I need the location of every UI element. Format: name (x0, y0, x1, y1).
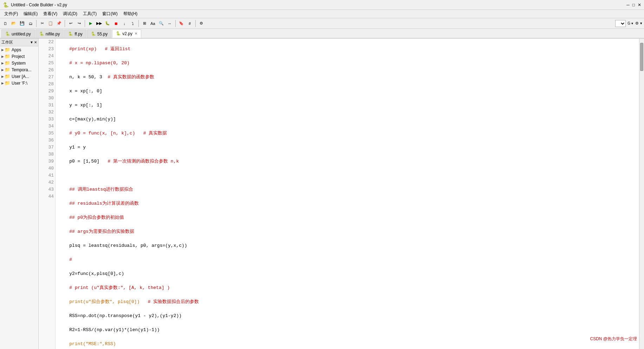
tab-bar: 🐍 untitled.py 🐍 nifile.py 🐍 ff.py 🐍 55.p… (0, 29, 644, 39)
sep5 (175, 20, 176, 27)
file-tree-panel: 工作区 ▼ ✕ ▶ 📁 Apps ▶ 📁 Project ▶ 📁 System (0, 39, 39, 349)
tree-arrow-userf: ▶ (1, 81, 4, 85)
menu-file[interactable]: 文件(F) (1, 10, 21, 18)
toolbar-format[interactable]: Aa (149, 20, 157, 27)
toolbar-paste[interactable]: 📌 (55, 20, 63, 27)
folder-icon-userf: 📁 (5, 80, 10, 86)
toolbar-copy[interactable]: 📋 (47, 20, 54, 27)
folder-icon-usera: 📁 (5, 74, 10, 79)
toolbar-combo-action[interactable]: G ▾ (626, 20, 634, 27)
sep1 (36, 20, 37, 27)
tree-label-userf: User 'F:\ (12, 81, 27, 86)
app-icon: 🐍 (3, 2, 9, 8)
content-area: 工作区 ▼ ✕ ▶ 📁 Apps ▶ 📁 Project ▶ 📁 System (0, 39, 644, 349)
toolbar-save-all[interactable]: 🗂 (27, 20, 34, 27)
tab-close-v2[interactable]: ✕ (135, 32, 137, 35)
line-numbers: 22232425 26272829 30313233 34353637 3839… (39, 39, 56, 349)
folder-icon-apps: 📁 (5, 47, 10, 52)
menu-help[interactable]: 帮助(H) (121, 10, 141, 18)
editor-vscroll-thumb[interactable] (640, 43, 643, 71)
tree-label-tempora: Tempora... (12, 67, 32, 72)
tab-icon-v2: 🐍 (116, 31, 121, 36)
menu-tools[interactable]: 工具(T) (80, 10, 99, 18)
toolbar-bookmark[interactable]: 🔖 (177, 20, 185, 27)
menu-view[interactable]: 查看(V) (40, 10, 60, 18)
file-tree-body: ▶ 📁 Apps ▶ 📁 Project ▶ 📁 System ▶ 📁 Temp… (0, 46, 38, 349)
folder-icon-project: 📁 (5, 54, 10, 59)
tree-arrow-apps: ▶ (1, 48, 4, 52)
sep4 (138, 20, 139, 27)
toolbar-indent[interactable]: ⊞ (141, 20, 148, 27)
tab-55[interactable]: 🐍 55.py (87, 29, 111, 38)
toolbar-open[interactable]: 📂 (10, 20, 18, 27)
file-tree-close[interactable]: ✕ (34, 40, 37, 44)
tree-item-system[interactable]: ▶ 📁 System (0, 60, 38, 66)
file-tree-title: 工作区 (1, 40, 13, 45)
tree-arrow-project: ▶ (1, 55, 4, 58)
tab-label-55: 55.py (97, 32, 108, 37)
tab-icon-ff: 🐍 (68, 32, 73, 36)
tree-arrow-tempora: ▶ (1, 68, 4, 72)
tab-icon-untitled: 🐍 (5, 32, 10, 36)
toolbar-redo[interactable]: ↪ (75, 20, 83, 27)
toolbar-settings[interactable]: ⚙ ▾ (635, 20, 643, 27)
toolbar-cut[interactable]: ✂ (38, 20, 46, 27)
file-tree-header: 工作区 ▼ ✕ (0, 39, 38, 46)
tab-label-untitled: untitled.py (12, 32, 31, 37)
toolbar-comment[interactable]: # (186, 20, 194, 27)
menu-debug[interactable]: 调试(D) (60, 10, 80, 18)
sep2 (65, 20, 65, 27)
folder-icon-system: 📁 (5, 60, 10, 66)
tree-item-project[interactable]: ▶ 📁 Project (0, 53, 38, 60)
tree-arrow-usera: ▶ (1, 75, 4, 78)
tab-untitled[interactable]: 🐍 untitled.py (1, 29, 35, 38)
folder-icon-tempora: 📁 (5, 67, 10, 72)
toolbar-save[interactable]: 💾 (18, 20, 26, 27)
toolbar-combo[interactable] (615, 20, 626, 27)
toolbar-debug[interactable]: 🐛 (104, 20, 111, 27)
tree-item-userf[interactable]: ▶ 📁 User 'F:\ (0, 80, 38, 86)
toolbar-search[interactable]: 🔍 (157, 20, 165, 27)
toolbar-undo[interactable]: ↩ (67, 20, 74, 27)
toolbar-new[interactable]: 🗋 (1, 20, 9, 27)
title-text: Untitled - Code Builder - v2.py (11, 2, 67, 7)
tree-label-apps: Apps (12, 47, 21, 52)
menu-window[interactable]: 窗口(W) (99, 10, 120, 18)
code-editor[interactable]: #print(xp) # 返回list # x = np.lipase(0, 2… (56, 39, 639, 349)
tab-label-v2: v2.py (122, 31, 132, 36)
tree-item-apps[interactable]: ▶ 📁 Apps (0, 46, 38, 53)
file-tree-pin[interactable]: ▼ (30, 40, 33, 44)
toolbar-step2[interactable]: ⤵ (129, 20, 137, 27)
watermark: CSDN @热力学负一定理 (590, 336, 637, 342)
maximize-btn[interactable]: □ (632, 2, 635, 7)
toolbar-stop[interactable]: ⏹ (112, 20, 120, 27)
tab-v2[interactable]: 🐍 v2.py ✕ (112, 29, 141, 38)
menu-bar: 文件(F) 编辑(E) 查看(V) 调试(D) 工具(T) 窗口(W) 帮助(H… (0, 10, 644, 18)
tree-item-tempora[interactable]: ▶ 📁 Tempora... (0, 66, 38, 73)
tab-label-nifile: nifile.py (46, 32, 60, 37)
editor-vscrollbar[interactable] (639, 39, 644, 349)
tree-label-usera: User [A... (12, 74, 29, 79)
code-container[interactable]: 22232425 26272829 30313233 34353637 3839… (39, 39, 644, 349)
editor-area: 22232425 26272829 30313233 34353637 3839… (39, 39, 644, 349)
toolbar-replace[interactable]: ↔ (166, 20, 174, 27)
tab-label-ff: ff.py (74, 32, 82, 37)
tab-icon-55: 🐍 (91, 32, 96, 36)
tab-icon-nifile: 🐍 (39, 32, 44, 36)
sep3 (85, 20, 85, 27)
menu-edit[interactable]: 编辑(E) (21, 10, 40, 18)
minimize-btn[interactable]: ─ (626, 2, 630, 7)
title-bar: 🐍 Untitled - Code Builder - v2.py ─ □ ✕ (0, 0, 644, 10)
toolbar-run[interactable]: ▶ (87, 20, 95, 27)
tree-arrow-system: ▶ (1, 61, 4, 65)
toolbar-more[interactable]: ⚙ (197, 20, 205, 27)
toolbar: 🗋 📂 💾 🗂 ✂ 📋 📌 ↩ ↪ ▶ ▶▶ 🐛 ⏹ ↓ ⤵ ⊞ Aa 🔍 ↔ … (0, 18, 644, 29)
toolbar-run2[interactable]: ▶▶ (95, 20, 103, 27)
sep6 (195, 20, 196, 27)
close-btn[interactable]: ✕ (638, 2, 641, 7)
tree-label-project: Project (12, 54, 25, 59)
toolbar-step[interactable]: ↓ (121, 20, 128, 27)
tree-item-usera[interactable]: ▶ 📁 User [A... (0, 73, 38, 80)
tab-ff[interactable]: 🐍 ff.py (64, 29, 86, 38)
tab-nifile[interactable]: 🐍 nifile.py (35, 29, 64, 38)
